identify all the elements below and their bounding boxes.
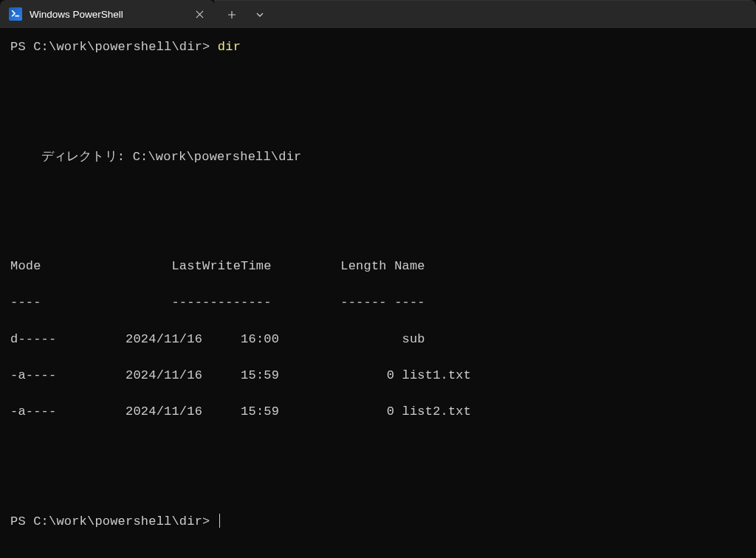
close-icon xyxy=(196,10,204,18)
terminal-output[interactable]: PS C:\work\powershell\dir> dir ディレクトリ: C… xyxy=(0,28,756,558)
prompt: PS C:\work\powershell\dir> xyxy=(10,514,218,528)
directory-path: C:\work\powershell\dir xyxy=(133,150,302,164)
table-row: -a---- 2024/11/16 15:59 0 list2.txt xyxy=(10,403,746,421)
table-header: Mode LastWriteTime Length Name xyxy=(10,258,746,276)
table-underline: ---- ------------- ------ ---- xyxy=(10,294,746,312)
prompt: PS C:\work\powershell\dir> xyxy=(10,40,218,54)
cursor xyxy=(219,514,221,528)
table-row: d----- 2024/11/16 16:00 sub xyxy=(10,331,746,349)
plus-icon xyxy=(227,10,236,19)
tab-dropdown-button[interactable] xyxy=(247,4,273,26)
command: dir xyxy=(218,40,241,54)
powershell-icon xyxy=(9,7,22,21)
chevron-down-icon xyxy=(255,10,264,19)
tab-title: Windows PowerShell xyxy=(30,9,185,20)
active-tab[interactable]: Windows PowerShell xyxy=(0,0,214,28)
close-tab-button[interactable] xyxy=(192,7,207,21)
title-bar: Windows PowerShell xyxy=(0,0,756,28)
new-tab-button[interactable] xyxy=(219,4,245,26)
table-row: -a---- 2024/11/16 15:59 0 list1.txt xyxy=(10,367,746,385)
tab-strip xyxy=(214,0,756,28)
directory-label: ディレクトリ xyxy=(41,150,117,164)
